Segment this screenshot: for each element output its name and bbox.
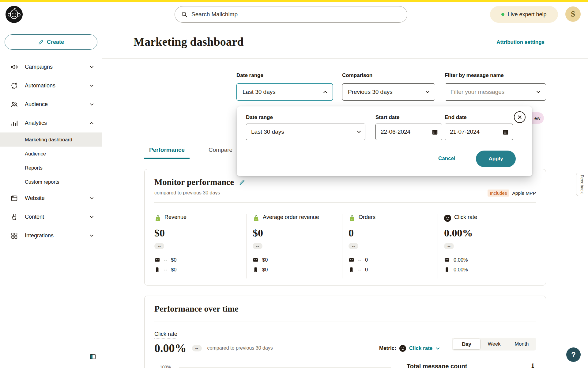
shopify-icon: s (349, 215, 356, 222)
sms-row: -- $0 (154, 267, 241, 273)
automation-loop-icon (10, 82, 18, 90)
subitem-label: Custom reports (25, 179, 59, 185)
sidebar-subitem-marketing-dashboard[interactable]: Marketing dashboard (0, 132, 102, 147)
overtime-metric-label[interactable]: Click rate (154, 331, 177, 339)
popover-range-select[interactable]: Last 30 days (246, 124, 365, 140)
message-filter-label: Filter by message name (445, 72, 504, 79)
top-bar: Live expert help S (0, 2, 588, 27)
mailchimp-mini-icon (399, 345, 406, 352)
sidebar-item-analytics[interactable]: Analytics (0, 114, 102, 132)
overtime-value-row: 0.00% -- compared to previous 30 days (154, 341, 273, 355)
sms-value: 0 (365, 267, 368, 273)
gridline (179, 367, 391, 368)
chevron-down-icon (89, 233, 94, 238)
sms-row: $0 (253, 267, 337, 273)
sidebar-item-content[interactable]: Content (0, 208, 102, 226)
subitem-label: Marketing dashboard (25, 137, 72, 143)
sms-value: $0 (262, 267, 268, 273)
tab-compare[interactable]: Compare (209, 147, 232, 153)
sidebar-subitem-audience[interactable]: Audience (0, 147, 102, 161)
date-range-select[interactable]: Last 30 days (236, 83, 333, 101)
live-expert-help-button[interactable]: Live expert help (490, 6, 558, 23)
metric-delta: -- (154, 243, 164, 249)
chevron-down-icon (89, 83, 94, 88)
message-filter-placeholder: Filter your messages (450, 89, 504, 95)
popover-range-value: Last 30 days (251, 128, 284, 135)
segment-day[interactable]: Day (453, 339, 481, 350)
page-title: Marketing dashboard (134, 35, 244, 48)
help-button[interactable]: ? (566, 347, 581, 362)
overtime-compare-note: compared to previous 30 days (207, 345, 273, 351)
metric-label[interactable]: Click rate (454, 214, 477, 222)
popover-end-date-label: End date (445, 114, 467, 121)
metric-orders: s Orders 0 -- -- 0 -- 0 (342, 214, 438, 278)
create-label: Create (47, 39, 64, 45)
metric-value: 0 (349, 227, 433, 239)
sidebar-item-automations[interactable]: Automations (0, 76, 102, 95)
search-bar[interactable] (175, 6, 407, 23)
segment-week[interactable]: Week (481, 339, 508, 350)
metric-label[interactable]: Revenue (164, 214, 187, 222)
sidebar-item-integrations[interactable]: Integrations (0, 226, 102, 245)
mailchimp-logo-icon[interactable] (6, 6, 23, 23)
collapse-sidebar-icon[interactable] (89, 353, 96, 360)
apply-button[interactable]: Apply (476, 151, 516, 167)
pencil-icon (38, 39, 44, 45)
metric-label[interactable]: Average order revenue (263, 214, 319, 222)
calendar-icon[interactable] (432, 128, 438, 135)
chevron-up-icon (89, 121, 94, 125)
sidebar-label-audience: Audience (25, 101, 83, 108)
mobile-icon (349, 267, 354, 273)
end-date-field[interactable] (445, 124, 513, 140)
metric-delta: -- (444, 243, 454, 249)
sidebar-item-campaigns[interactable]: Campaigns (0, 58, 102, 76)
calendar-icon[interactable] (502, 128, 509, 135)
start-date-input[interactable] (381, 128, 429, 135)
chevron-down-icon (425, 90, 430, 94)
subitem-label: Reports (25, 165, 43, 171)
metric-label[interactable]: Orders (359, 214, 375, 222)
cancel-button[interactable]: Cancel (438, 155, 455, 162)
metric-picker[interactable]: Metric: Click rate (379, 345, 440, 352)
granularity-segmented-control: Day Week Month (452, 338, 536, 351)
search-input[interactable] (191, 11, 401, 18)
create-button[interactable]: Create (5, 34, 97, 50)
browser-window-icon (10, 194, 18, 202)
subitem-label: Audience (25, 151, 46, 157)
metric-picker-label: Metric: (379, 345, 396, 351)
date-range-value: Last 30 days (243, 89, 276, 95)
overtime-title: Performance over time (154, 304, 239, 314)
sidebar-subitem-reports[interactable]: Reports (0, 161, 102, 175)
tab-performance[interactable]: Performance (144, 147, 190, 159)
sidebar-label-automations: Automations (25, 82, 83, 89)
metric-picker-value[interactable]: Click rate (409, 345, 433, 351)
start-date-field[interactable] (375, 124, 442, 140)
sidebar-subitem-custom-reports[interactable]: Custom reports (0, 175, 102, 189)
comparison-select[interactable]: Previous 30 days (342, 83, 435, 101)
metric-average-order-revenue: s Average order revenue $0 -- $0 $0 (246, 214, 342, 278)
message-filter-select[interactable]: Filter your messages (445, 83, 546, 101)
bar-chart-icon (10, 119, 18, 127)
email-delta: -- (358, 257, 361, 263)
email-value: $0 (262, 257, 268, 263)
sidebar-item-website[interactable]: Website (0, 189, 102, 208)
mobile-icon (154, 267, 160, 273)
sidebar-item-audience[interactable]: Audience (0, 95, 102, 114)
avatar-initial: S (571, 10, 575, 18)
close-popover-button[interactable] (514, 111, 526, 123)
end-date-input[interactable] (450, 128, 500, 135)
email-value: $0 (171, 257, 176, 263)
avatar[interactable]: S (565, 6, 581, 22)
sidebar-label-content: Content (25, 214, 83, 220)
people-icon (10, 101, 18, 108)
feedback-tab[interactable]: Feedback (576, 173, 588, 196)
email-icon (444, 257, 450, 263)
attribution-settings-link[interactable]: Attribution settings (496, 39, 545, 45)
chevron-down-icon (89, 65, 94, 69)
metric-value: $0 (253, 227, 337, 239)
y-axis-tick-100: 100% (160, 365, 171, 368)
edit-pencil-icon[interactable] (239, 179, 245, 186)
metric-delta: -- (253, 243, 262, 249)
sidebar-label-campaigns: Campaigns (25, 64, 83, 70)
segment-month[interactable]: Month (508, 339, 535, 350)
